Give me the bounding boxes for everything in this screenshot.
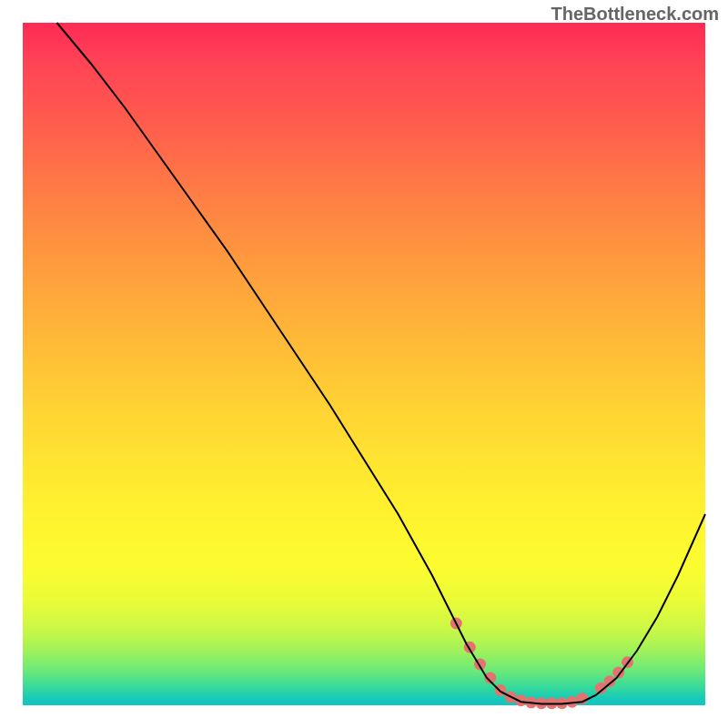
chart-svg bbox=[23, 23, 705, 705]
watermark-text: TheBottleneck.com bbox=[551, 4, 719, 25]
chart-plot-area bbox=[23, 23, 705, 705]
chart-curve bbox=[57, 23, 706, 704]
